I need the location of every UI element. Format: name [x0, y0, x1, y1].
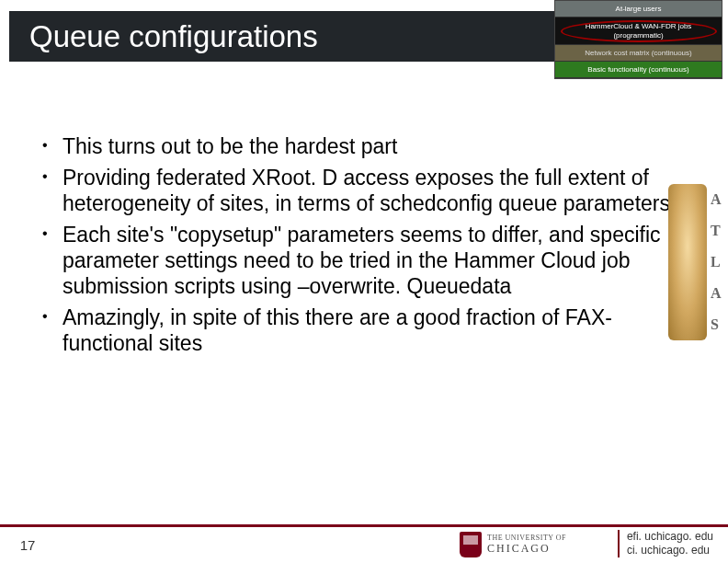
page-number: 17	[0, 537, 55, 553]
list-item: Each site's "copysetup" parameters seems…	[39, 222, 671, 299]
university-text: THE UNIVERSITY OF CHICAGO	[487, 534, 566, 555]
title-bar: Queue configurations	[9, 11, 554, 62]
atlas-letter: A	[711, 285, 723, 302]
bullet-list: This turns out to be the hardest part Pr…	[39, 133, 671, 362]
atlas-letter: L	[711, 254, 723, 270]
footer-urls: efi. uchicago. edu ci. uchicago. edu	[618, 530, 713, 557]
atlas-letter: S	[711, 316, 723, 333]
atlas-badge: A T L A S	[668, 184, 723, 340]
shield-icon	[460, 532, 482, 557]
stack-hammer-line1: HammerCloud & WAN-FDR jobs	[586, 22, 692, 31]
atlas-figure-icon	[668, 184, 707, 340]
stack-row-atlarge: At-large users	[555, 1, 722, 17]
footer-url-1: efi. uchicago. edu	[627, 530, 713, 544]
list-item: This turns out to be the hardest part	[39, 133, 671, 159]
stack-diagram: At-large users HammerCloud & WAN-FDR job…	[554, 0, 722, 79]
stack-row-hammer: HammerCloud & WAN-FDR jobs (programmatic…	[555, 17, 722, 45]
atlas-letter: A	[711, 191, 723, 208]
footer-bar: 17 THE UNIVERSITY OF CHICAGO efi. uchica…	[0, 524, 728, 563]
atlas-letter: T	[711, 223, 723, 239]
stack-row-basic: Basic functionality (continuous)	[555, 62, 722, 78]
list-item: Amazingly, in spite of this there are a …	[39, 304, 671, 356]
university-big: CHICAGO	[487, 543, 566, 555]
footer-url-2: ci. uchicago. edu	[627, 544, 713, 557]
slide-title: Queue configurations	[29, 19, 318, 54]
university-logo: THE UNIVERSITY OF CHICAGO	[460, 532, 566, 557]
atlas-letters: A T L A S	[707, 184, 723, 340]
stack-hammer-line2: (programmatic)	[613, 31, 663, 40]
list-item: Providing federated XRoot. D access expo…	[39, 165, 671, 216]
stack-row-network: Network cost matrix (continuous)	[555, 45, 722, 62]
